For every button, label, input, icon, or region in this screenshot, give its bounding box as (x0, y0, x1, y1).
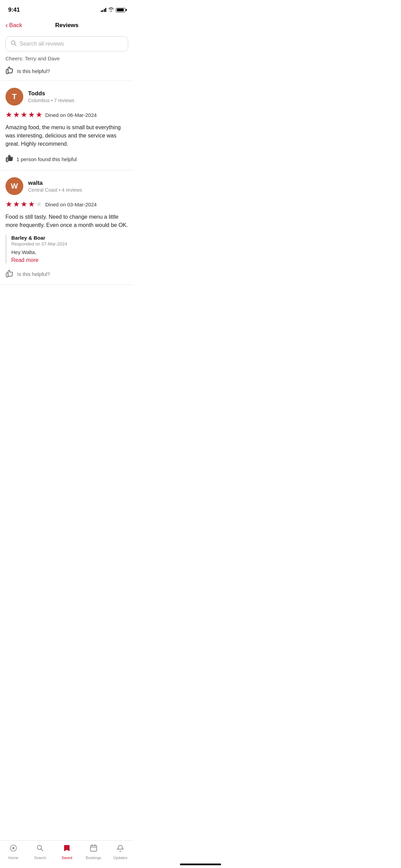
dine-date-walta: Dined on 03-Mar-2024 (45, 202, 97, 207)
stars-todds: ★ ★ ★ ★ ★ (5, 110, 42, 119)
nav-bar: ‹ Back Reviews (0, 17, 134, 34)
page-title: Reviews (55, 22, 78, 29)
star-3: ★ (21, 110, 27, 119)
response-block-walta: Barley & Boar Responded on 07-Mar-2024 H… (5, 235, 128, 263)
back-button[interactable]: ‹ Back (5, 22, 22, 29)
helpful-count-row-todds[interactable]: 1 person found this helpful (5, 154, 128, 165)
search-placeholder: Search all reviews (20, 41, 64, 47)
star-w5: ★ (36, 200, 42, 209)
svg-line-1 (15, 44, 16, 46)
review-card-todds: T Todds Columbus • 7 reviews ★ ★ ★ ★ ★ D… (0, 81, 134, 170)
search-bar[interactable]: Search all reviews (5, 36, 128, 51)
helpful-label-top: Is this helpful? (17, 68, 50, 74)
status-time: 9:41 (8, 7, 20, 13)
star-w3: ★ (21, 200, 27, 209)
reviewer-info-todds: Todds Columbus • 7 reviews (28, 90, 74, 103)
read-more-button[interactable]: Read more (11, 257, 38, 263)
review-text-walta: Food is still tasty. Need to change menu… (5, 213, 128, 229)
back-chevron-icon: ‹ (5, 21, 8, 29)
reviewer-header-todds: T Todds Columbus • 7 reviews (5, 88, 128, 106)
stars-row-todds: ★ ★ ★ ★ ★ Dined on 06-Mar-2024 (5, 110, 128, 119)
stars-row-walta: ★ ★ ★ ★ ★ Dined on 03-Mar-2024 (5, 200, 128, 209)
reviewer-meta-walta: Central Coast • 4 reviews (28, 187, 82, 193)
stars-walta: ★ ★ ★ ★ ★ (5, 200, 42, 209)
response-greeting: Hey Walta, (11, 249, 128, 255)
thumbs-filled-icon-todds (5, 154, 14, 165)
dine-date-todds: Dined on 06-Mar-2024 (45, 112, 97, 118)
helpful-label-walta: Is this helpful? (17, 271, 50, 277)
helpful-count-text-todds: 1 person found this helpful (16, 156, 77, 162)
star-2: ★ (13, 110, 20, 119)
main-content: Cheers: Terry and Dave Is this helpful? … (0, 56, 134, 319)
status-bar: 9:41 (0, 0, 134, 17)
response-restaurant-name: Barley & Boar (11, 235, 128, 241)
avatar-todds: T (5, 88, 23, 106)
reviewer-info-walta: walta Central Coast • 4 reviews (28, 180, 82, 193)
review-card-walta: W walta Central Coast • 4 reviews ★ ★ ★ … (0, 170, 134, 285)
status-icons (101, 7, 126, 13)
star-4: ★ (28, 110, 35, 119)
helpful-row-top[interactable]: Is this helpful? (5, 65, 128, 76)
star-w2: ★ (13, 200, 20, 209)
reviewer-name-walta: walta (28, 180, 82, 186)
star-w1: ★ (5, 200, 12, 209)
reviewer-header-walta: W walta Central Coast • 4 reviews (5, 177, 128, 195)
reviewer-meta-todds: Columbus • 7 reviews (28, 98, 74, 103)
thumbs-up-icon (5, 65, 14, 76)
star-w4: ★ (28, 200, 35, 209)
search-icon (11, 40, 17, 48)
response-date: Responded on 07-Mar-2024 (11, 241, 128, 246)
review-text-todds: Amazing food, the menu is small but ever… (5, 123, 128, 148)
back-label: Back (9, 22, 22, 29)
reviewer-name-todds: Todds (28, 90, 74, 97)
wifi-icon (108, 7, 114, 13)
avatar-walta: W (5, 177, 23, 195)
thumbs-icon-walta (5, 269, 14, 279)
partial-review-top: Cheers: Terry and Dave Is this helpful? (0, 56, 134, 81)
helpful-row-walta[interactable]: Is this helpful? (5, 269, 128, 279)
battery-icon (116, 8, 125, 12)
signal-icon (101, 8, 107, 12)
star-1: ★ (5, 110, 12, 119)
partial-review-text: Cheers: Terry and Dave (5, 56, 128, 65)
search-container: Search all reviews (0, 34, 134, 56)
star-5: ★ (36, 110, 42, 119)
